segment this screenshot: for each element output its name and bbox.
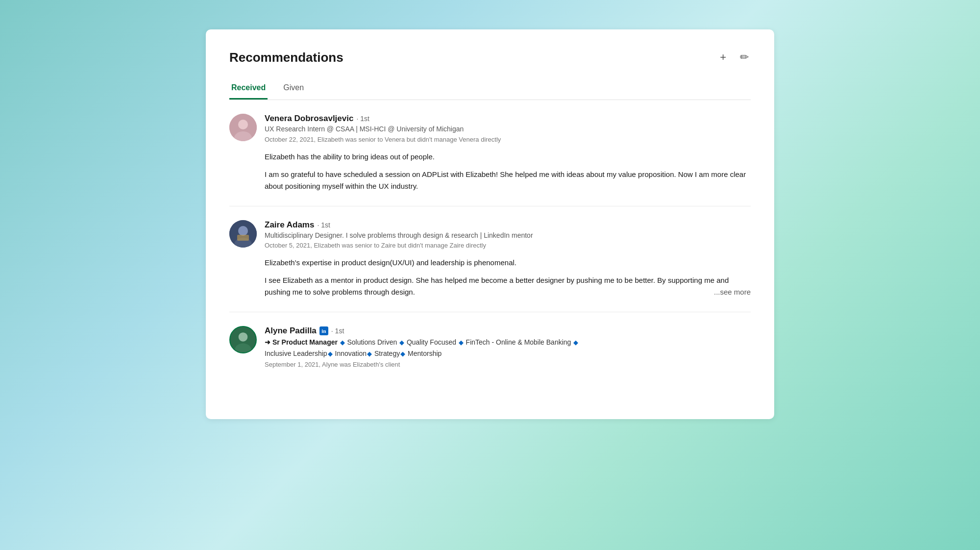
header-actions: + ✏ [718,49,751,66]
avatar-venera [229,114,257,141]
tabs-container: Received Given [229,77,751,100]
diamond7: ◆ [400,350,405,357]
svg-point-1 [238,120,248,129]
recommendation-alyne: Alyne Padilla in · 1st ➜ Sr Product Mana… [229,312,751,390]
svg-point-8 [239,332,248,342]
card-header: Recommendations + ✏ [229,49,751,66]
svg-rect-6 [237,235,249,241]
rec-title-alyne: ➜ Sr Product Manager ◆ Solutions Driven … [265,337,751,348]
rec-date-alyne: September 1, 2021, Alyne was Elizabeth's… [265,361,751,368]
title-arrow-alyne: ➜ Sr Product Manager [265,338,338,346]
rec-info-zaire: Zaire Adams · 1st Multidisciplinary Desi… [265,220,751,250]
svg-point-4 [238,226,248,236]
rec-text2-venera: I am so grateful to have scheduled a ses… [265,169,751,192]
avatar-zaire [229,220,257,248]
rec-name-venera: Venera Dobrosavljevic [265,114,353,124]
recommendations-list: Venera Dobrosavljevic · 1st UX Research … [229,100,751,390]
rec-info-alyne: Alyne Padilla in · 1st ➜ Sr Product Mana… [265,326,751,368]
recommendations-card: Recommendations + ✏ Received Given [206,29,774,419]
rec-name-alyne: Alyne Padilla [265,326,317,336]
rec-text2-content-zaire: I see Elizabeth as a mentor in product d… [265,276,729,296]
tag-fintech: FinTech - Online & Mobile Banking [466,338,571,346]
tag-quality: Quality Focused [407,338,456,346]
rec-title-zaire: Multidisciplinary Designer. I solve prob… [265,231,751,241]
rec-text2-zaire: I see Elizabeth as a mentor in product d… [265,275,751,298]
tag-strategy: Strategy [374,350,400,357]
rec-name-line-venera: Venera Dobrosavljevic · 1st [265,114,751,124]
avatar-alyne [229,326,257,353]
edit-button[interactable]: ✏ [738,49,751,66]
tag-solutions: Solutions Driven [347,338,397,346]
tags-line-alyne: Inclusive Leadership◆ Innovation◆ Strate… [265,348,751,359]
tab-received[interactable]: Received [229,77,268,100]
rec-header-venera: Venera Dobrosavljevic · 1st UX Research … [229,114,751,143]
rec-name-line-alyne: Alyne Padilla in · 1st [265,326,751,336]
rec-name-line-zaire: Zaire Adams · 1st [265,220,751,230]
rec-degree-venera: · 1st [356,115,369,123]
rec-body-venera: Elizabeth has the ability to bring ideas… [265,151,751,192]
tag-mentorship: Mentorship [408,350,441,357]
rec-body-zaire: Elizabeth's expertise in product design(… [265,257,751,298]
rec-title-venera: UX Research Intern @ CSAA | MSI-HCI @ Un… [265,125,751,134]
rec-date-zaire: October 5, 2021, Elizabeth was senior to… [265,242,751,249]
diamond3: ◆ [459,339,466,346]
rec-text1-zaire: Elizabeth's expertise in product design(… [265,257,751,269]
diamond5: ◆ [328,350,333,357]
diamond6: ◆ [367,350,372,357]
linkedin-badge-alyne: in [319,326,328,335]
rec-header-zaire: Zaire Adams · 1st Multidisciplinary Desi… [229,220,751,250]
rec-degree-alyne: · 1st [331,327,344,335]
tag-inclusive: Inclusive Leadership [265,350,327,357]
recommendation-venera: Venera Dobrosavljevic · 1st UX Research … [229,100,751,206]
rec-date-venera: October 22, 2021, Elizabeth was senior t… [265,136,751,143]
tag-innovation: Innovation [335,350,367,357]
recommendation-zaire: Zaire Adams · 1st Multidisciplinary Desi… [229,206,751,313]
tab-given[interactable]: Given [281,77,306,100]
rec-name-zaire: Zaire Adams [265,220,314,230]
diamond4: ◆ [573,339,578,346]
rec-info-venera: Venera Dobrosavljevic · 1st UX Research … [265,114,751,143]
add-button[interactable]: + [718,49,728,66]
rec-text1-venera: Elizabeth has the ability to bring ideas… [265,151,751,163]
rec-degree-zaire: · 1st [317,221,330,229]
rec-header-alyne: Alyne Padilla in · 1st ➜ Sr Product Mana… [229,326,751,368]
see-more-zaire[interactable]: ...see more [714,286,751,298]
diamond2: ◆ [399,339,406,346]
diamond1: ◆ [340,339,347,346]
page-title: Recommendations [229,50,343,65]
